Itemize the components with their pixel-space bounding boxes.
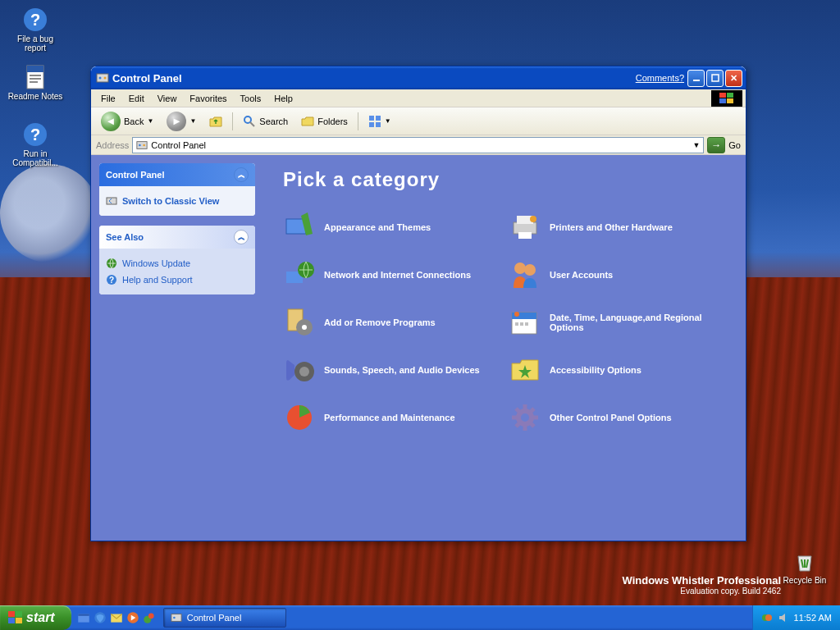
chevron-down-icon[interactable]: ▼: [692, 141, 700, 149]
titlebar[interactable]: Control Panel Comments? ✕: [91, 66, 746, 89]
address-bar: Address Control Panel ▼ → Go: [91, 135, 746, 155]
main-area: Pick a category Appearance and Themes Pr…: [263, 155, 746, 541]
start-button[interactable]: start: [0, 605, 71, 630]
switch-view-icon: [106, 195, 117, 207]
help-icon: ?: [106, 274, 117, 285]
svg-point-26: [144, 144, 146, 146]
views-button[interactable]: ▼: [363, 112, 396, 131]
svg-line-58: [531, 423, 534, 427]
search-button[interactable]: Search: [238, 112, 293, 131]
windows-flag-icon: [711, 90, 742, 107]
chevron-down-icon: ▼: [385, 117, 391, 125]
collapse-button[interactable]: ︽: [234, 230, 249, 244]
svg-point-38: [514, 262, 526, 274]
desktop: ? File a bug report Readme Notes ? Run i…: [0, 0, 840, 630]
ql-outlook[interactable]: [109, 610, 124, 625]
folders-button[interactable]: Folders: [296, 112, 353, 131]
comments-link[interactable]: Comments?: [636, 73, 684, 83]
address-input[interactable]: Control Panel ▼: [132, 137, 704, 153]
category-users[interactable]: User Accounts: [509, 258, 726, 291]
category-appearance[interactable]: Appearance and Themes: [283, 211, 500, 244]
category-add-remove[interactable]: Add or Remove Programs: [283, 306, 500, 339]
help-icon: ?: [22, 7, 48, 33]
panel-header: Control Panel ︽: [99, 163, 255, 186]
svg-point-10: [99, 77, 102, 80]
volume-icon: [778, 612, 789, 623]
menu-edit[interactable]: Edit: [122, 92, 151, 105]
svg-rect-64: [16, 618, 22, 623]
panel-header: See Also ︽: [99, 226, 255, 249]
svg-rect-12: [693, 80, 700, 81]
windows-update-link[interactable]: Windows Update: [106, 255, 249, 272]
up-button[interactable]: [204, 112, 227, 131]
svg-rect-9: [97, 74, 108, 82]
svg-rect-46: [515, 322, 518, 326]
ql-show-desktop[interactable]: [76, 610, 91, 625]
ql-media[interactable]: [126, 610, 140, 625]
users-icon: [509, 258, 541, 291]
svg-rect-5: [30, 78, 41, 80]
ql-msn[interactable]: [142, 610, 157, 625]
svg-point-52: [518, 411, 532, 424]
folders-icon: [301, 115, 314, 128]
menu-tools[interactable]: Tools: [234, 92, 268, 105]
svg-line-60: [516, 423, 519, 427]
svg-point-35: [530, 216, 536, 222]
svg-rect-14: [719, 93, 726, 98]
desktop-icon-compat[interactable]: ? Run in Compatibil...: [7, 121, 64, 167]
pie-chart-icon: [283, 401, 316, 434]
collapse-button[interactable]: ︽: [234, 167, 249, 182]
category-other[interactable]: Other Control Panel Options: [509, 401, 726, 434]
desktop-icon-recycle[interactable]: Recycle Bin: [776, 548, 833, 585]
globe-icon: [106, 258, 117, 269]
watermark: Windows Whistler Professional Evaluation…: [623, 574, 781, 596]
address-label: Address: [96, 140, 129, 150]
taskbar-item-control-panel[interactable]: Control Panel: [163, 608, 286, 628]
desktop-icon-bug-report[interactable]: ? File a bug report: [7, 7, 64, 52]
category-performance[interactable]: Performance and Maintenance: [283, 401, 500, 434]
sidebar-panel-seealso: See Also ︽ Windows Update ? Help and Sup…: [99, 226, 255, 294]
sound-icon: [283, 354, 316, 386]
search-icon: [243, 115, 256, 128]
tray-icon: [761, 612, 773, 623]
sidebar: Control Panel ︽ Switch to Classic View S…: [91, 155, 263, 541]
maximize-button[interactable]: [706, 70, 724, 87]
system-tray[interactable]: 11:52 AM: [752, 605, 840, 630]
svg-text:?: ?: [30, 11, 40, 29]
control-panel-window: Control Panel Comments? ✕ File Edit View…: [90, 66, 746, 541]
switch-classic-view-link[interactable]: Switch to Classic View: [106, 193, 249, 209]
forward-button[interactable]: ► ▼: [162, 112, 201, 131]
category-printers[interactable]: Printers and Other Hardware: [509, 211, 726, 244]
svg-point-73: [173, 617, 176, 619]
windows-flag-icon: [8, 611, 23, 624]
ql-ie[interactable]: [93, 610, 107, 625]
category-accessibility[interactable]: Accessibility Options: [509, 354, 726, 386]
desktop-icon-readme[interactable]: Readme Notes: [7, 64, 64, 101]
content-area: Control Panel ︽ Switch to Classic View S…: [91, 155, 746, 541]
menu-file[interactable]: File: [94, 92, 122, 105]
go-button[interactable]: →: [707, 137, 725, 153]
menu-view[interactable]: View: [151, 92, 184, 105]
calendar-icon: [509, 306, 541, 339]
help-support-link[interactable]: ? Help and Support: [106, 272, 249, 288]
document-icon: [22, 64, 48, 90]
close-button[interactable]: ✕: [725, 70, 742, 87]
svg-rect-22: [369, 122, 374, 127]
folder-up-icon: [209, 115, 222, 128]
svg-point-45: [514, 312, 519, 317]
sidebar-panel-control: Control Panel ︽ Switch to Classic View: [99, 163, 255, 216]
menu-help[interactable]: Help: [267, 92, 299, 105]
svg-rect-6: [30, 81, 38, 83]
svg-rect-63: [8, 618, 15, 623]
menu-favorites[interactable]: Favorites: [183, 92, 233, 105]
minimize-button[interactable]: [687, 70, 705, 87]
back-button[interactable]: ◄ Back ▼: [96, 112, 158, 131]
svg-rect-4: [30, 75, 41, 76]
appearance-icon: [283, 211, 316, 244]
category-datetime[interactable]: Date, Time, Language,and Regional Option…: [509, 306, 726, 339]
category-network[interactable]: Network and Internet Connections: [283, 258, 500, 291]
svg-rect-20: [369, 116, 374, 121]
svg-rect-61: [8, 611, 15, 617]
svg-rect-66: [78, 614, 89, 616]
category-sounds[interactable]: Sounds, Speech, and Audio Devices: [283, 354, 500, 386]
